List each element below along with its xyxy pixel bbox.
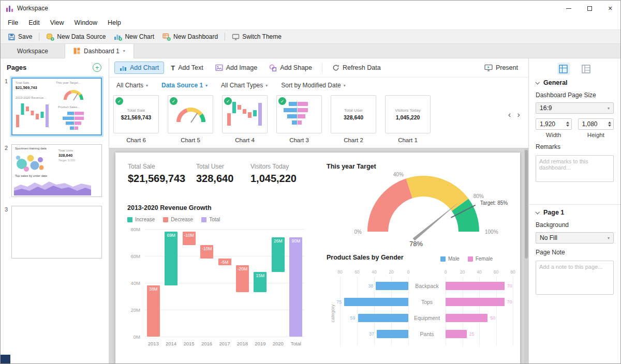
background-label: Background	[536, 221, 614, 229]
structure-view-icon[interactable]	[580, 63, 593, 75]
page-size-select[interactable]: 16:9 ▾	[536, 102, 614, 114]
wf-axis-label: 60M	[126, 253, 140, 259]
refresh-data-label: Refresh Data	[343, 64, 381, 71]
kpi-total-user[interactable]: Total User 328,640	[196, 163, 233, 185]
add-shape-button[interactable]: Add Shape	[264, 62, 317, 74]
stepper-icon[interactable]	[566, 122, 569, 127]
general-section-header[interactable]: General	[536, 79, 614, 86]
gallery-card-chart-4[interactable]: ✓	[222, 95, 268, 133]
gallery-prev-button[interactable]: ‹	[508, 110, 511, 120]
new-dashboard-button[interactable]: New Dashboard	[158, 32, 222, 42]
menu-help[interactable]: Help	[102, 19, 126, 26]
tornado-chart[interactable]: 80604020002040608038Backpack7075Tops7059…	[324, 268, 520, 356]
filter-all-charts[interactable]: All Charts▾	[116, 82, 148, 89]
save-button[interactable]: Save	[4, 32, 36, 42]
section-title: Page 1	[543, 209, 564, 216]
page-section-header[interactable]: Page 1	[536, 209, 614, 216]
new-dashboard-label: New Dashboard	[173, 33, 218, 40]
page-1-thumbnail: Total Sale $21,569,743 This year Target.…	[11, 78, 102, 135]
tab-workspace[interactable]: Workspace	[1, 44, 65, 58]
width-input[interactable]: 1,920	[536, 118, 572, 130]
preview-kpi-label: Visitors Today	[395, 108, 421, 113]
filter-sort[interactable]: Sort by Modified Date▾	[281, 82, 345, 89]
filter-data-source[interactable]: Data Source 1▾	[161, 82, 208, 89]
male-bar[interactable]	[377, 330, 408, 338]
page-1-thumb-wrap: Total Sale $21,569,743 This year Target.…	[10, 76, 103, 137]
background-select[interactable]: No Fill ▾	[536, 232, 614, 244]
male-bar[interactable]	[344, 298, 408, 306]
add-text-button[interactable]: T Add Text	[166, 62, 208, 74]
gallery-card-chart-1[interactable]: Visitors Today1,045,220	[385, 95, 431, 133]
added-check-icon: ✓	[224, 97, 232, 105]
added-check-icon: ✓	[278, 97, 286, 105]
wf-gridline	[144, 229, 305, 230]
menu-edit[interactable]: Edit	[23, 19, 45, 26]
gallery-card-chart-3[interactable]: ✓	[276, 95, 322, 133]
waterfall-bar[interactable]: -10M	[183, 232, 196, 245]
waterfall-bar[interactable]: 26M	[272, 237, 285, 272]
page-note-textarea[interactable]	[536, 261, 614, 295]
gauge-target-label: Target: 85%	[480, 200, 508, 206]
gauge-tick-label: 40%	[393, 172, 404, 177]
page-item-3[interactable]: 3	[1, 204, 109, 260]
refresh-data-button[interactable]: Refresh Data	[327, 62, 386, 74]
minimize-button[interactable]	[558, 1, 579, 16]
canvas-scrollbar[interactable]	[524, 148, 528, 363]
page-note-label: Page Note	[536, 249, 614, 256]
thumb-waterfall-label: 2013-2020 Revenue...	[16, 96, 46, 99]
wf-gridline	[144, 310, 305, 310]
waterfall-bar[interactable]: 15M	[254, 272, 267, 292]
chevron-down-icon[interactable]: ▾	[123, 49, 125, 53]
kpi-visitors-today[interactable]: Visitors Today 1,045,220	[250, 163, 297, 185]
female-bar[interactable]	[446, 330, 467, 338]
waterfall-bar[interactable]: 69M	[165, 232, 178, 285]
gallery-card-chart-5[interactable]: ✓	[168, 95, 213, 133]
waterfall-chart[interactable]: 0M20M40M60M80M38M201369M2014-10M2015-10M…	[126, 226, 312, 350]
thumb-area-title: Top sales by order date	[15, 174, 47, 177]
scrollbar-thumb[interactable]	[525, 150, 528, 259]
waterfall-bar[interactable]: 90M	[289, 237, 302, 337]
general-section: General Dashboard Page Size 16:9 ▾ 1,920…	[529, 79, 620, 184]
male-bar[interactable]	[376, 282, 408, 290]
page-item-1[interactable]: 1 Total Sale $21,569,743 This year Targe…	[1, 76, 109, 137]
grid-view-icon[interactable]	[557, 63, 570, 75]
gallery-next-button[interactable]: ›	[517, 110, 520, 120]
height-input[interactable]: 1,080	[578, 118, 614, 130]
waterfall-bar[interactable]: -20M	[236, 265, 249, 292]
filter-chart-types[interactable]: All Chart Types▾	[221, 82, 268, 89]
add-chart-button[interactable]: Add Chart	[114, 62, 164, 74]
page-item-2[interactable]: 2 Sportmen training data Total Units 328…	[1, 143, 109, 199]
maximize-button[interactable]	[579, 1, 600, 16]
new-data-source-button[interactable]: New Data Source	[42, 32, 110, 42]
waterfall-preview-graphic	[227, 100, 263, 127]
kpi-total-sale[interactable]: Total Sale $21,569,743	[128, 163, 185, 185]
td-gridline	[340, 277, 341, 346]
dashboard-page[interactable]: Total Sale $21,569,743 Total User 328,64…	[115, 153, 520, 363]
close-button[interactable]: ×	[600, 1, 620, 16]
tab-dashboard-1[interactable]: Dashboard 1 ▾	[65, 44, 134, 58]
new-chart-button[interactable]: New Chart	[110, 32, 158, 42]
female-bar[interactable]	[446, 314, 487, 322]
stepper-icon[interactable]	[608, 122, 611, 127]
remarks-textarea[interactable]	[536, 155, 614, 182]
page-number: 3	[3, 204, 10, 260]
add-page-button[interactable]: +	[93, 63, 101, 72]
menu-view[interactable]: View	[45, 19, 69, 26]
female-value-label: 70	[507, 298, 512, 306]
menu-window[interactable]: Window	[69, 19, 102, 26]
add-image-button[interactable]: Add Image	[210, 62, 262, 74]
gallery-card-chart-2[interactable]: Total User328,640	[331, 95, 376, 133]
switch-theme-button[interactable]: Switch Theme	[228, 32, 286, 42]
legend-label: Increase	[135, 217, 155, 222]
waterfall-bar[interactable]: -10M	[200, 245, 213, 259]
female-bar[interactable]	[446, 298, 505, 306]
gallery-card-chart-6[interactable]: ✓Total Sale$21,569,743	[113, 95, 159, 133]
gauge-chart[interactable]: 0%40%80%100%Target: 85%78%	[348, 173, 498, 251]
female-bar[interactable]	[446, 282, 505, 290]
male-bar[interactable]	[358, 314, 408, 322]
present-button[interactable]: Present	[479, 62, 523, 74]
waterfall-bar[interactable]: 38M	[147, 285, 160, 337]
waterfall-bar[interactable]: -5M	[218, 259, 231, 265]
menu-file[interactable]: File	[3, 19, 23, 26]
waterfall-chart-title: 2013-2020 Revenue Growth	[127, 204, 212, 211]
